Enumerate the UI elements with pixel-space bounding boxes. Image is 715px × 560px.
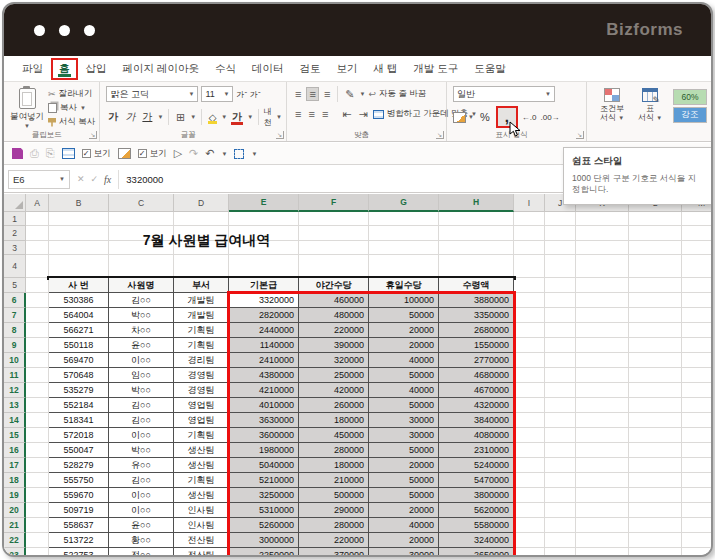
font-color-button[interactable]: 가: [230, 110, 244, 124]
cell-A6[interactable]: [26, 293, 49, 308]
table-header-E5[interactable]: 기본급: [229, 278, 299, 293]
table-cell-E8[interactable]: 2440000: [229, 323, 299, 338]
cell-L23[interactable]: [629, 548, 682, 555]
table-cell-E21[interactable]: 5260000: [229, 518, 299, 533]
cell-D1[interactable]: [174, 212, 229, 226]
row-header-9[interactable]: 9: [4, 338, 26, 353]
window-dot-icon[interactable]: [34, 25, 45, 36]
cell-A10[interactable]: [26, 353, 49, 368]
cell-M7[interactable]: [682, 308, 711, 323]
copy-button[interactable]: 복사 ▼: [48, 102, 95, 114]
cell-A19[interactable]: [26, 488, 49, 503]
column-header-F[interactable]: F: [299, 194, 369, 212]
cell-M17[interactable]: [682, 458, 711, 473]
cell-K12[interactable]: [576, 383, 629, 398]
sheet-title[interactable]: 7월 사원별 급여내역: [49, 226, 364, 255]
table-cell-H7[interactable]: 3350000: [439, 308, 514, 323]
cell-L7[interactable]: [629, 308, 682, 323]
cell-M14[interactable]: [682, 413, 711, 428]
table-cell-H17[interactable]: 5240000: [439, 458, 514, 473]
cell-I12[interactable]: [514, 383, 545, 398]
cell-A2[interactable]: [26, 226, 49, 241]
cell-K14[interactable]: [576, 413, 629, 428]
table-view-icon[interactable]: [62, 148, 75, 159]
table-cell-B6[interactable]: 530386: [49, 293, 109, 308]
column-header-H[interactable]: H: [439, 194, 514, 212]
cell-A3[interactable]: [26, 241, 49, 255]
table-cell-H16[interactable]: 2310000: [439, 443, 514, 458]
cell-B4[interactable]: [49, 255, 109, 278]
table-cell-C21[interactable]: 윤○○: [109, 518, 174, 533]
table-cell-C13[interactable]: 김○○: [109, 398, 174, 413]
cell-A8[interactable]: [26, 323, 49, 338]
table-cell-E14[interactable]: 3630000: [229, 413, 299, 428]
insert-function-icon[interactable]: fx: [104, 174, 111, 185]
table-cell-C14[interactable]: 김○○: [109, 413, 174, 428]
cell-M10[interactable]: [682, 353, 711, 368]
number-format-select[interactable]: 일반▼: [453, 86, 555, 102]
cell-A22[interactable]: [26, 533, 49, 548]
cell-M5[interactable]: [682, 278, 711, 293]
cell-L12[interactable]: [629, 383, 682, 398]
table-cell-B21[interactable]: 558637: [49, 518, 109, 533]
select-all-corner[interactable]: [4, 194, 26, 212]
table-cell-B15[interactable]: 572018: [49, 428, 109, 443]
cell-J15[interactable]: [545, 428, 576, 443]
table-cell-G15[interactable]: 30000: [369, 428, 439, 443]
cell-J21[interactable]: [545, 518, 576, 533]
align-middle-button[interactable]: ≡: [306, 87, 318, 101]
table-cell-C7[interactable]: 박○○: [109, 308, 174, 323]
cell-J17[interactable]: [545, 458, 576, 473]
cell-I8[interactable]: [514, 323, 545, 338]
table-cell-H23[interactable]: 2650000: [439, 548, 514, 555]
wrap-text-button[interactable]: ↩자동 줄 바꿈: [369, 88, 427, 100]
cell-J18[interactable]: [545, 473, 576, 488]
decrease-indent-button[interactable]: ⇤: [340, 108, 353, 120]
table-cell-G19[interactable]: 50000: [369, 488, 439, 503]
table-cell-C11[interactable]: 임○○: [109, 368, 174, 383]
tab-file[interactable]: 파일: [14, 58, 51, 80]
italic-button[interactable]: 가: [123, 110, 137, 124]
cell-M12[interactable]: [682, 383, 711, 398]
align-top-button[interactable]: ≡: [293, 88, 303, 100]
comma-style-button[interactable]: ,: [496, 106, 518, 128]
view-toggle-1[interactable]: ✓보기: [82, 148, 111, 160]
table-cell-F15[interactable]: 450000: [299, 428, 369, 443]
increase-decimal-button[interactable]: ←.0: [522, 113, 537, 122]
table-cell-E10[interactable]: 2410000: [229, 353, 299, 368]
cell-A17[interactable]: [26, 458, 49, 473]
cell-M3[interactable]: [682, 241, 711, 255]
table-cell-C15[interactable]: 이○○: [109, 428, 174, 443]
cell-I22[interactable]: [514, 533, 545, 548]
table-header-D5[interactable]: 부서: [174, 278, 229, 293]
table-cell-B23[interactable]: 522753: [49, 548, 109, 555]
align-center-button[interactable]: ≡: [306, 108, 316, 120]
tab-home[interactable]: 홈: [51, 58, 78, 80]
table-cell-D7[interactable]: 개발팀: [174, 308, 229, 323]
table-cell-E13[interactable]: 4010000: [229, 398, 299, 413]
cell-J6[interactable]: [545, 293, 576, 308]
tab-review[interactable]: 검토: [291, 58, 328, 80]
cell-I11[interactable]: [514, 368, 545, 383]
font-size-select[interactable]: 11▼: [201, 86, 233, 102]
cell-C4[interactable]: [109, 255, 174, 278]
table-cell-D9[interactable]: 기획팀: [174, 338, 229, 353]
row-header-14[interactable]: 14: [4, 413, 26, 428]
row-header-4[interactable]: 4: [4, 255, 26, 278]
table-cell-D20[interactable]: 인사팀: [174, 503, 229, 518]
cell-K19[interactable]: [576, 488, 629, 503]
dialog-launcher-icon[interactable]: ↘: [436, 131, 444, 139]
table-cell-H6[interactable]: 3880000: [439, 293, 514, 308]
format-painter-button[interactable]: 서식 복사: [48, 116, 95, 128]
table-cell-C9[interactable]: 윤○○: [109, 338, 174, 353]
table-cell-G22[interactable]: 20000: [369, 533, 439, 548]
table-cell-F7[interactable]: 480000: [299, 308, 369, 323]
table-cell-D14[interactable]: 영업팀: [174, 413, 229, 428]
table-cell-D23[interactable]: 전산팀: [174, 548, 229, 555]
table-cell-D8[interactable]: 기획팀: [174, 323, 229, 338]
row-header-5[interactable]: 5: [4, 278, 26, 293]
cell-G1[interactable]: [369, 212, 439, 226]
cell-A16[interactable]: [26, 443, 49, 458]
row-header-19[interactable]: 19: [4, 488, 26, 503]
spreadsheet-grid[interactable]: ABCDEFGHIJKLM123456789101112131415161718…: [4, 194, 711, 555]
